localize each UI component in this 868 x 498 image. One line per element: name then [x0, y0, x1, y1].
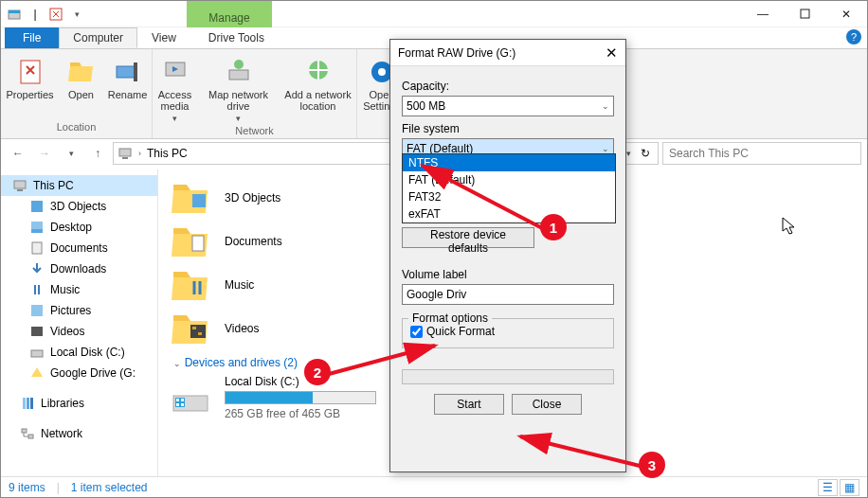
sidebar-item[interactable]: Downloads — [1, 258, 157, 279]
sidebar-item[interactable]: 3D Objects — [1, 196, 157, 217]
close-button[interactable]: Close — [512, 394, 582, 415]
qat-separator: | — [26, 5, 45, 24]
svg-rect-34 — [192, 327, 196, 329]
drive-usage-bar — [225, 391, 376, 404]
svg-rect-16 — [14, 181, 26, 188]
annotation-arrow-1 — [408, 156, 560, 241]
capacity-label: Capacity: — [402, 80, 614, 93]
svg-rect-35 — [198, 332, 202, 335]
svg-rect-38 — [176, 399, 179, 401]
dialog-title: Format RAW Drive (G:) — [398, 46, 515, 60]
ribbon-group-location: Location — [57, 119, 97, 134]
ribbon-map-drive[interactable]: Map network drive▾ — [203, 53, 275, 123]
sidebar-item[interactable]: Google Drive (G: — [1, 363, 157, 383]
tab-computer[interactable]: Computer — [59, 27, 137, 48]
refresh-icon[interactable]: ↻ — [637, 147, 654, 160]
sidebar-network[interactable]: Network — [1, 423, 157, 444]
svg-rect-19 — [31, 229, 43, 233]
svg-rect-32 — [192, 236, 204, 251]
quick-format-checkbox[interactable] — [410, 326, 423, 338]
tab-view[interactable]: View — [137, 27, 190, 48]
ribbon-properties[interactable]: Properties — [4, 53, 57, 100]
ribbon-context-label: Manage — [187, 1, 272, 27]
svg-rect-22 — [31, 305, 43, 316]
svg-rect-31 — [192, 194, 206, 207]
annotation-badge-3: 3 — [639, 452, 665, 478]
ribbon-rename[interactable]: Rename — [106, 53, 150, 100]
svg-marker-25 — [31, 367, 43, 377]
status-selected: 1 item selected — [71, 481, 148, 494]
titlebar: | ▾ This PC — ✕ — [1, 1, 867, 27]
annotation-badge-1: 1 — [540, 214, 567, 240]
ribbon-open-label: Open — [68, 89, 94, 100]
sidebar-item[interactable]: Documents — [1, 238, 157, 258]
svg-rect-3 — [801, 9, 809, 18]
ribbon-open[interactable]: Open — [63, 53, 100, 100]
ribbon-access-media[interactable]: Access media▾ — [154, 53, 197, 123]
svg-rect-24 — [31, 350, 43, 357]
ribbon-add-location-label: Add a network location — [280, 89, 356, 112]
tab-file[interactable]: File — [5, 27, 59, 48]
cursor-icon — [782, 217, 797, 240]
maximize-button[interactable] — [784, 1, 825, 27]
view-large-icon[interactable]: ▦ — [840, 479, 859, 496]
format-options-label: Format options — [408, 311, 492, 325]
nav-history-icon[interactable]: ▾ — [60, 142, 82, 165]
drive-free-space: 265 GB free of 465 GB — [225, 407, 376, 420]
ribbon-access-media-label: Access media — [154, 89, 197, 112]
sidebar-item[interactable]: Videos — [1, 321, 157, 342]
sidebar-libraries[interactable]: Libraries — [1, 393, 157, 414]
start-button[interactable]: Start — [434, 394, 504, 415]
annotation-arrow-3 — [511, 429, 653, 476]
annotation-badge-2: 2 — [304, 359, 331, 385]
search-input[interactable] — [669, 147, 855, 160]
nav-forward-icon[interactable]: → — [33, 142, 56, 165]
svg-rect-21 — [32, 242, 42, 254]
svg-rect-26 — [23, 398, 26, 409]
svg-rect-15 — [122, 157, 128, 159]
view-details-icon[interactable]: ☰ — [818, 479, 838, 496]
sidebar-item[interactable]: Music — [1, 279, 157, 300]
svg-line-44 — [520, 436, 643, 467]
filesystem-label: File system — [402, 122, 614, 135]
ribbon-map-drive-label: Map network drive — [203, 89, 275, 112]
svg-rect-17 — [17, 189, 23, 191]
minimize-button[interactable]: — — [742, 1, 784, 27]
ribbon-rename-label: Rename — [108, 89, 148, 100]
help-icon[interactable]: ? — [846, 29, 861, 44]
svg-line-43 — [329, 346, 435, 374]
svg-rect-9 — [229, 70, 248, 80]
nav-up-icon[interactable]: ↑ — [86, 142, 109, 165]
nav-back-icon[interactable]: ← — [7, 142, 29, 165]
svg-rect-29 — [22, 429, 27, 433]
status-item-count: 9 items — [9, 481, 45, 494]
sidebar-item[interactable]: Pictures — [1, 300, 157, 321]
sidebar: This PC 3D Objects Desktop Documents Dow… — [1, 169, 158, 476]
svg-rect-39 — [181, 399, 184, 401]
svg-rect-6 — [134, 62, 137, 81]
close-button[interactable]: ✕ — [825, 1, 867, 27]
svg-rect-4 — [21, 61, 40, 83]
sidebar-this-pc[interactable]: This PC — [1, 175, 157, 196]
qat-dropdown-icon[interactable]: ▾ — [67, 5, 86, 24]
sidebar-item[interactable]: Desktop — [1, 217, 157, 238]
svg-rect-28 — [30, 398, 33, 409]
status-bar: 9 items | 1 item selected ☰ ▦ — [1, 476, 867, 497]
svg-rect-27 — [27, 398, 29, 409]
dialog-close-icon[interactable]: ✕ — [606, 44, 618, 62]
volume-label-input[interactable] — [402, 284, 614, 305]
svg-rect-14 — [119, 149, 131, 156]
quick-format-row[interactable]: Quick Format — [410, 325, 606, 338]
svg-rect-30 — [28, 435, 33, 438]
svg-rect-41 — [181, 403, 184, 406]
pc-icon — [118, 146, 133, 161]
volume-label-label: Volume label — [402, 268, 614, 281]
capacity-select[interactable]: 500 MB⌄ — [402, 96, 614, 116]
svg-point-13 — [378, 68, 386, 76]
ribbon-add-location[interactable]: Add a network location — [280, 53, 356, 112]
qat-properties-icon[interactable] — [46, 5, 65, 24]
sidebar-item[interactable]: Local Disk (C:) — [1, 342, 157, 363]
sidebar-this-pc-label: This PC — [33, 179, 74, 192]
ribbon-group-network: Network — [235, 123, 273, 138]
search-box[interactable] — [662, 142, 861, 165]
